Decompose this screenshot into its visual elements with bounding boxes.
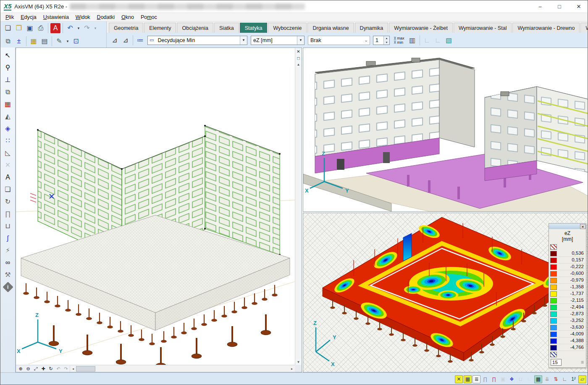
color-legend[interactable]: ✕ eZ [mm] 0,5360,157-0,222-0,600-0,979-1…	[549, 223, 586, 368]
loads-display-icon[interactable]: ⇊	[543, 375, 551, 383]
tab-obciążenia[interactable]: Obciążenia	[177, 23, 213, 33]
redo-view-icon[interactable]: ↷	[62, 366, 70, 372]
zoom-icon[interactable]: ⚲	[2, 62, 13, 73]
intersection-icon[interactable]: ✕	[2, 159, 13, 171]
zoom-fit-icon[interactable]: ⤢	[32, 366, 39, 372]
tables-icon[interactable]: ▦	[29, 36, 39, 46]
parts-icon[interactable]: ⧉	[2, 86, 13, 98]
result-case-combo[interactable]: ▭ Decydujące Min ▼	[147, 36, 247, 45]
mode-chevron-icon[interactable]: ⌄	[362, 36, 370, 45]
menu-item-plik[interactable]: Plik	[2, 13, 17, 21]
result-case-dropdown-icon[interactable]: ▼	[240, 36, 247, 45]
legend-header[interactable]: ✕	[549, 224, 586, 229]
menu-item-widok[interactable]: Widok	[72, 13, 94, 21]
hscroll-right-icon[interactable]: ▸	[289, 367, 295, 371]
save-view-icon[interactable]: ⊡	[71, 36, 81, 46]
menu-item-pomoc[interactable]: Pomoc	[137, 13, 160, 21]
rotate-order-icon[interactable]: ↻	[2, 196, 13, 207]
diagram-f-icon[interactable]: ∟	[433, 35, 443, 45]
dimension-text-icon[interactable]: A	[2, 171, 13, 183]
coordinate-window-icon[interactable]: ≣	[472, 375, 480, 383]
local-axes-icon[interactable]: ∟	[561, 375, 569, 383]
hscroll-thumb[interactable]	[76, 366, 95, 372]
tab-statyka[interactable]: Statyka	[240, 23, 268, 33]
undo-icon[interactable]: ↶	[65, 23, 75, 33]
contour-plot-canvas[interactable]: Z Y X	[303, 213, 588, 372]
static-diagram-icon[interactable]: ⊿	[110, 35, 120, 45]
wireframe-model-canvas[interactable]: Z X Y	[16, 48, 295, 365]
workbench-gray-icon[interactable]: ∏	[481, 375, 489, 383]
open-folder-icon[interactable]: ❒	[14, 23, 24, 33]
diagram-y-x-icon[interactable]: ∟	[422, 35, 432, 45]
legend-level-count[interactable]: 15	[551, 359, 562, 366]
zoom-out-icon[interactable]: ⊖	[24, 366, 32, 372]
drawing-library-icon[interactable]: ✎	[54, 36, 64, 46]
crosshair-toggle-icon[interactable]: ✕	[455, 375, 463, 383]
menu-item-edycja[interactable]: Edycja	[17, 13, 40, 21]
diamond-cursor-icon[interactable]: ❖	[508, 375, 516, 383]
rendered-model-canvas[interactable]: Z X Y	[303, 48, 588, 211]
section-line-icon[interactable]: ∫	[2, 232, 13, 244]
exponent-format-icon[interactable]: 1²	[570, 375, 578, 383]
viewport-close-icon[interactable]: ✕	[295, 48, 302, 55]
minmax-toggle[interactable]: ⊻max ⊼min	[394, 36, 404, 45]
reactions-display-icon[interactable]: ⇅	[552, 375, 560, 383]
mesh-toggle-icon[interactable]: ▦	[534, 375, 542, 383]
color-palette-icon[interactable]: ▦	[2, 98, 13, 110]
tab-wyboczenie[interactable]: Wyboczenie	[268, 23, 307, 33]
vscroll-up-icon[interactable]: ▲	[295, 61, 302, 67]
tab-elementy[interactable]: Elementy	[144, 23, 176, 33]
hscroll-bar[interactable]: ◂ ▸	[70, 366, 295, 372]
tab-geometria[interactable]: Geometria	[109, 23, 143, 33]
vscroll-down-icon[interactable]: ▼	[295, 359, 302, 365]
hscroll-left-icon[interactable]: ◂	[70, 367, 76, 371]
coordinate-axes-icon[interactable]: ⊥	[2, 74, 13, 85]
fit-square-icon[interactable]: ▣	[499, 375, 507, 383]
animation-icon[interactable]: ▥	[407, 35, 417, 45]
contour-viewport[interactable]: Z Y X ✕ eZ [mm] 0,5360,157-0,222-0,600-0…	[303, 213, 588, 372]
flashlight-render-icon[interactable]: ⚡	[2, 245, 13, 256]
guidelines-icon[interactable]: ◈	[2, 123, 13, 134]
layers-icon[interactable]: ⧉	[3, 36, 13, 46]
info-icon[interactable]: i	[3, 282, 13, 292]
new-file-icon[interactable]: ❏	[3, 23, 13, 33]
component-combo[interactable]: eZ [mm] ▼	[251, 36, 304, 45]
workbench-icon[interactable]: ∏	[2, 208, 13, 219]
redo-icon[interactable]: ↷	[82, 23, 92, 33]
viewport-maximize-icon[interactable]: □	[295, 55, 302, 61]
display-mode-icon[interactable]: ◭	[2, 111, 13, 122]
tab-wymiarowanie-drewno[interactable]: Wymiarowanie - Drewno	[512, 23, 580, 33]
minimize-button[interactable]: –	[530, 0, 550, 13]
workbench-active-icon[interactable]: ∏	[490, 375, 498, 383]
rendered-viewport[interactable]: Z X Y	[303, 47, 588, 212]
wrench-tools-icon[interactable]: ⚒	[2, 269, 13, 280]
glasses-view-icon[interactable]: ∞	[2, 257, 13, 268]
workplane-toggle-icon[interactable]: ▱	[578, 375, 586, 383]
maximize-button[interactable]: □	[550, 0, 569, 13]
print-icon[interactable]: ⎙	[36, 23, 46, 33]
report-icon[interactable]: ▤	[39, 36, 50, 46]
geometry-check-icon[interactable]: ◺	[2, 147, 13, 158]
grid-cursor-toggle-icon[interactable]: ▦	[464, 375, 472, 383]
tab-wymiarowanie-mur[interactable]: Wymiarowanie - Mur	[580, 23, 588, 33]
edit-sheets-icon[interactable]: ❏	[2, 184, 13, 195]
component-dropdown-icon[interactable]: ▼	[297, 36, 304, 45]
tab-siatka[interactable]: Siatka	[214, 23, 239, 33]
rotate-view-icon[interactable]: ↻	[47, 366, 55, 372]
close-button[interactable]: ✕	[569, 0, 588, 13]
zoom-in-icon[interactable]: ⊕	[17, 366, 24, 372]
tab-drgania-własne[interactable]: Drgania własne	[307, 23, 354, 33]
wall-path-icon[interactable]: ⊔	[2, 220, 13, 232]
multiplier-spinner[interactable]: 1 ▲ ▼	[373, 36, 390, 45]
save-icon[interactable]: ▣	[25, 23, 35, 33]
structure-grid-icon[interactable]: ∷	[2, 135, 13, 146]
library-dropdown-icon[interactable]: ▾	[65, 36, 70, 46]
menu-item-ustawienia[interactable]: Ustawienia	[40, 13, 72, 21]
polyline-icon[interactable]: ⊔	[517, 375, 525, 383]
relative-axes-icon[interactable]: ∟	[525, 375, 533, 383]
tab-wymiarowanie-stal[interactable]: Wymiarowanie - Stal	[454, 23, 512, 33]
surface-result-icon[interactable]: ▧	[444, 35, 454, 45]
undo-view-icon[interactable]: ↶	[55, 366, 62, 372]
vscroll-track[interactable]	[295, 67, 302, 359]
undo-dropdown-icon[interactable]: ▾	[76, 23, 81, 33]
